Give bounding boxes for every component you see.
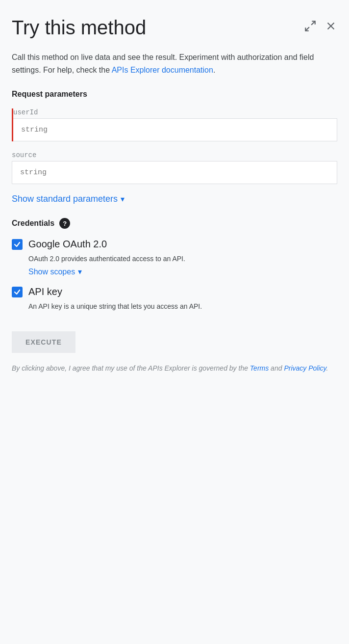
show-scopes-chevron: ▾ — [78, 267, 82, 276]
execute-button[interactable]: EXECUTE — [12, 331, 75, 353]
credentials-header: Credentials ? — [12, 218, 337, 229]
userid-param-wrap: userId — [12, 108, 337, 141]
credentials-title: Credentials — [12, 219, 54, 228]
credential-apikey-item: API key An API key is a unique string th… — [12, 286, 337, 312]
svg-line-0 — [311, 21, 315, 25]
credentials-help-icon[interactable]: ? — [59, 218, 70, 229]
apikey-checkbox[interactable] — [12, 287, 23, 297]
header-icons — [304, 16, 337, 32]
panel-description: Call this method on live data and see th… — [12, 51, 337, 76]
oauth-description: OAuth 2.0 provides authenticated access … — [28, 254, 337, 264]
privacy-policy-link[interactable]: Privacy Policy — [284, 364, 326, 372]
show-standard-params-label: Show standard parameters — [12, 194, 118, 204]
terms-link[interactable]: Terms — [250, 364, 269, 372]
show-scopes-button[interactable]: Show scopes ▾ — [28, 267, 82, 276]
oauth-checkbox[interactable] — [12, 239, 23, 250]
apis-explorer-link[interactable]: APIs Explorer documentation — [112, 66, 213, 74]
credential-apikey-row: API key — [12, 286, 337, 297]
source-param-wrap: source — [12, 151, 337, 184]
credential-oauth-item: Google OAuth 2.0 OAuth 2.0 provides auth… — [12, 239, 337, 276]
userid-input[interactable] — [13, 118, 337, 141]
panel-title: Try this method — [12, 16, 304, 39]
request-params-title: Request parameters — [12, 90, 337, 99]
userid-label: userId — [13, 108, 337, 116]
svg-line-1 — [305, 27, 309, 31]
apikey-name: API key — [28, 286, 62, 297]
credential-oauth-row: Google OAuth 2.0 — [12, 239, 337, 250]
panel-header: Try this method — [12, 16, 337, 39]
terms-text: By clicking above, I agree that my use o… — [12, 363, 337, 374]
try-this-method-panel: Try this method Call this method on live… — [0, 0, 349, 644]
show-standard-params-chevron: ▾ — [121, 194, 125, 204]
apikey-description: An API key is a unique string that lets … — [28, 301, 337, 312]
show-standard-params-button[interactable]: Show standard parameters ▾ — [12, 194, 125, 204]
source-label: source — [12, 151, 337, 159]
close-icon[interactable] — [324, 20, 337, 32]
oauth-name: Google OAuth 2.0 — [28, 239, 107, 250]
show-scopes-label: Show scopes — [28, 268, 75, 276]
expand-icon[interactable] — [304, 20, 317, 32]
source-input[interactable] — [12, 161, 337, 184]
